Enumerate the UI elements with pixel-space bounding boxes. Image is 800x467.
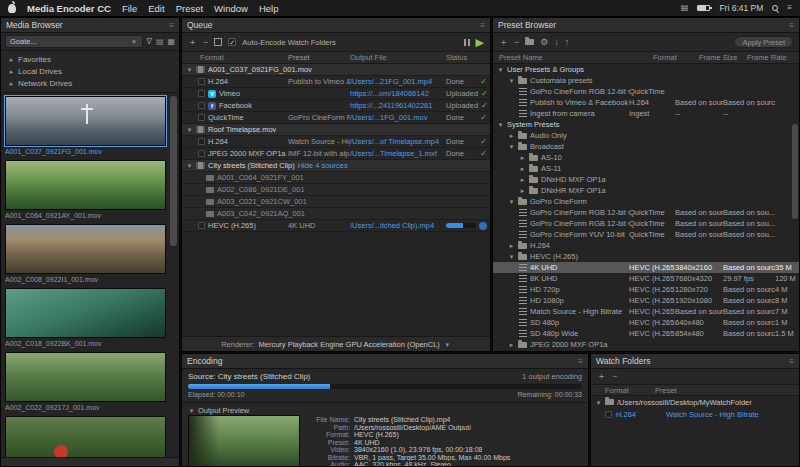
disclosure-triangle-icon[interactable]: ▾ (186, 66, 193, 73)
queue-output-row[interactable]: VVimeohttps://...om/184066142Uploaded✓ (182, 88, 490, 100)
menu-preset[interactable]: Preset (176, 3, 203, 14)
disclosure-triangle-icon[interactable]: ▾ (497, 66, 504, 73)
preset-row-publish-to-vimeo-facebook[interactable]: Publish to Vimeo & FacebookH.264Based on… (493, 97, 799, 108)
preset-row-8k-uhd[interactable]: 8K UHDHEVC (H.265)7680x432029.97 fps120 … (493, 273, 799, 284)
menu-window[interactable]: Window (214, 3, 248, 14)
grid-view-icon[interactable]: ▦ (167, 37, 175, 46)
new-group-icon[interactable] (525, 39, 534, 45)
menu-clock[interactable]: Fri 6:41 PM (719, 3, 763, 13)
panel-menu-icon[interactable]: ≡ (480, 21, 485, 30)
disclosure-triangle-icon[interactable]: ▾ (508, 143, 515, 150)
encoding-tab[interactable]: Encoding (187, 356, 222, 366)
disclosure-triangle-icon[interactable]: ▸ (508, 132, 515, 139)
output-checkbox[interactable] (198, 102, 205, 109)
output-checkbox[interactable] (198, 138, 205, 145)
preset-column-header[interactable]: Preset Name (499, 53, 653, 62)
tree-item-local-drives[interactable]: ▸Local Drives (1, 65, 179, 77)
disclosure-triangle-icon[interactable]: ▸ (519, 154, 526, 161)
preset-row-gopro-cineform-rgb-12-bit-with-alpha-hike[interactable]: GoPro CineForm RGB 12-bit with alpha (Hi… (493, 86, 799, 97)
media-clip[interactable]: A001_C037_0921FG_001.mov (5, 96, 166, 156)
disclosure-triangle-icon[interactable]: ▾ (186, 126, 193, 133)
start-queue-button[interactable]: ▶ (476, 37, 484, 48)
output-checkbox[interactable] (198, 90, 205, 97)
apply-preset-button[interactable]: Apply Preset (734, 36, 793, 48)
queue-output-row[interactable]: fFacebookhttps://...2411961402281Uploade… (182, 100, 490, 112)
preset-row-hevc-h-265[interactable]: ▾HEVC (H.265) (493, 251, 799, 262)
queue-source-group[interactable]: ▾A001_C037_0921FG_001.mov (182, 64, 490, 76)
output-file-link[interactable]: https://...om/184066142 (350, 89, 446, 98)
watch-folders-tab[interactable]: Watch Folders (596, 356, 650, 366)
output-checkbox[interactable] (198, 222, 205, 229)
menu-file[interactable]: File (122, 3, 137, 14)
media-clip[interactable]: A002_C022_09217J_001.mov (5, 352, 166, 412)
disclosure-triangle-icon[interactable]: ▸ (519, 187, 526, 194)
queue-output-row[interactable]: QuickTimeGoPro CineForm RGB 12.../Users/… (182, 112, 490, 124)
preset-row-match-source-high-bitrate[interactable]: Match Source - High BitrateHEVC (H.265)B… (493, 306, 799, 317)
disclosure-triangle-icon[interactable]: ▸ (519, 176, 526, 183)
panel-menu-icon[interactable]: ≡ (578, 357, 583, 366)
preset-row-gopro-cineform-rgb-12-bit-with-alpha[interactable]: GoPro CineForm RGB 12-bit with alphaQuic… (493, 207, 799, 218)
disclosure-triangle-icon[interactable]: ▾ (508, 77, 515, 84)
preset-row-as-10[interactable]: ▸AS-10 (493, 152, 799, 163)
disclosure-triangle-icon[interactable]: ▾ (508, 198, 515, 205)
preset-column-header[interactable]: Frame Rate (747, 53, 799, 62)
apple-menu-icon[interactable] (8, 4, 16, 13)
preset-row-broadcast[interactable]: ▾Broadcast (493, 141, 799, 152)
queue-output-row[interactable]: H.264Watch Source - High Bi.../Users/...… (182, 136, 490, 148)
preset-settings-icon[interactable]: ⚙ (540, 38, 548, 47)
menu-app-name[interactable]: Media Encoder CC (27, 3, 111, 14)
preset-row-sd-480p[interactable]: SD 480pHEVC (H.265)640x480Based on sourc… (493, 317, 799, 328)
export-preset-icon[interactable]: ↑ (565, 38, 570, 47)
panel-menu-icon[interactable]: ≡ (169, 21, 174, 30)
preset-row-mpeg-2[interactable]: ▸MPEG-2 (493, 350, 799, 351)
disclosure-triangle-icon[interactable]: ▾ (595, 399, 602, 406)
preset-row-h-264[interactable]: ▸H.264 (493, 240, 799, 251)
media-source-dropdown[interactable]: Goate... ▾ (5, 35, 143, 48)
preset-row-sd-480p-wide[interactable]: SD 480p WideHEVC (H.265)854x480Based on … (493, 328, 799, 339)
preset-row-4k-uhd[interactable]: 4K UHDHEVC (H.265)3840x2160Based on sour… (493, 262, 799, 273)
queue-tab[interactable]: Queue (187, 20, 213, 30)
output-checkbox[interactable] (605, 411, 612, 418)
add-watch-folder-icon[interactable]: ＋ (597, 372, 606, 381)
preset-column-header[interactable]: Format (653, 53, 699, 62)
filter-icon[interactable]: ∇ (147, 37, 152, 46)
preset-row-hd-1080p[interactable]: HD 1080pHEVC (H.265)1920x1080Based on so… (493, 295, 799, 306)
pause-encoding-button[interactable] (479, 222, 487, 230)
output-file-link[interactable]: /Users/...itched Clip).mp4 (350, 221, 446, 230)
preset-row-gopro-cineform-rgb-12-bit-with-alpha-at[interactable]: GoPro CineForm RGB 12-bit with alpha at.… (493, 218, 799, 229)
preset-row-ingest-from-camera[interactable]: Ingest from cameraIngest---- (493, 108, 799, 119)
battery-icon[interactable] (697, 5, 710, 11)
clip-thumbnail[interactable] (5, 224, 166, 274)
queue-column-header[interactable]: Format (182, 53, 288, 62)
disclosure-triangle-icon[interactable]: ▸ (508, 242, 515, 249)
media-browser-scrollbar[interactable] (170, 96, 177, 246)
media-browser-tab[interactable]: Media Browser (6, 20, 63, 30)
renderer-dropdown[interactable]: Mercury Playback Engine GPU Acceleration… (259, 340, 440, 349)
queue-output-row[interactable]: JPEG 2000 MXF OP1aIMF 12-bit with alp...… (182, 148, 490, 160)
spotlight-icon[interactable] (772, 5, 778, 11)
clip-thumbnail[interactable] (5, 96, 166, 146)
disclosure-triangle-icon[interactable]: ▸ (508, 341, 515, 348)
notification-center-icon[interactable]: ≡ (787, 4, 792, 12)
watch-column-header[interactable]: Format (591, 386, 655, 395)
preset-row-hd-720p[interactable]: HD 720pHEVC (H.265)1280x720Based on sour… (493, 284, 799, 295)
clip-thumbnail[interactable] (5, 352, 166, 402)
remove-preset-icon[interactable]: − (514, 38, 519, 47)
preset-browser-tab[interactable]: Preset Browser (498, 20, 556, 30)
media-clip[interactable]: A002_C022_09221T_001.mov (5, 416, 166, 457)
toggle-sources-link[interactable]: Hide 4 sources (298, 161, 348, 170)
preset-row-dnxhd-mxf-op1a[interactable]: ▸DNxHD MXF OP1a (493, 174, 799, 185)
queue-source-group[interactable]: ▾Roof Timelapse.mov (182, 124, 490, 136)
media-clip[interactable]: A002_C008_0922I1_001.mov (5, 224, 166, 284)
output-file-link[interactable]: /Users/...1FG_001.mov (350, 113, 446, 122)
preset-row-dnxhr-mxf-op1a[interactable]: ▸DNxHR MXF OP1a (493, 185, 799, 196)
output-file-link[interactable]: /Users/...of Timelapse.mp4 (350, 137, 446, 146)
output-checkbox[interactable] (198, 114, 205, 121)
preset-row-jpeg-2000-mxf-op1a[interactable]: ▸JPEG 2000 MXF OP1a (493, 339, 799, 350)
watch-folder-path-row[interactable]: ▾/Users/rossosill/Desktop/MyWatchFolder (591, 396, 799, 408)
disclosure-triangle-icon[interactable]: ▾ (508, 253, 515, 260)
clip-thumbnail[interactable] (5, 288, 166, 338)
display-icon[interactable]: ▤ (681, 4, 689, 12)
output-file-link[interactable]: /Users/...21FG_001.mp4 (350, 77, 446, 86)
queue-output-row[interactable]: H.264Publish to Vimeo & Fac.../Users/...… (182, 76, 490, 88)
